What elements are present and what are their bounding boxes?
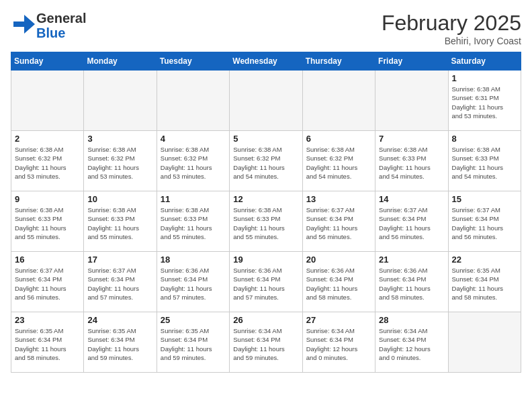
- day-number: 6: [306, 134, 371, 144]
- day-number: 26: [233, 315, 298, 325]
- day-number: 21: [379, 255, 444, 265]
- day-info: Sunrise: 6:35 AM Sunset: 6:34 PM Dayligh…: [87, 326, 152, 362]
- location: Behiri, Ivory Coast: [382, 36, 521, 46]
- day-number: 1: [452, 73, 517, 83]
- calendar-cell: 21Sunrise: 6:36 AM Sunset: 6:34 PM Dayli…: [375, 252, 448, 312]
- weekday-header: Thursday: [302, 52, 375, 71]
- calendar-cell: 15Sunrise: 6:37 AM Sunset: 6:34 PM Dayli…: [448, 191, 521, 252]
- calendar-cell: 7Sunrise: 6:38 AM Sunset: 6:33 PM Daylig…: [375, 131, 448, 191]
- calendar-cell: 14Sunrise: 6:37 AM Sunset: 6:34 PM Dayli…: [375, 191, 448, 252]
- day-number: 19: [233, 255, 298, 265]
- day-number: 22: [452, 255, 517, 265]
- day-info: Sunrise: 6:38 AM Sunset: 6:33 PM Dayligh…: [233, 205, 298, 241]
- day-number: 17: [87, 255, 152, 265]
- day-number: 2: [15, 134, 80, 144]
- day-info: Sunrise: 6:37 AM Sunset: 6:34 PM Dayligh…: [306, 205, 371, 241]
- day-number: 18: [161, 255, 226, 265]
- calendar-cell: [157, 71, 229, 131]
- weekday-header: Friday: [375, 52, 448, 71]
- calendar-cell: 20Sunrise: 6:36 AM Sunset: 6:34 PM Dayli…: [302, 252, 375, 312]
- calendar-cell: 18Sunrise: 6:36 AM Sunset: 6:34 PM Dayli…: [157, 252, 229, 312]
- calendar-table: SundayMondayTuesdayWednesdayThursdayFrid…: [11, 52, 521, 373]
- logo-icon: [11, 12, 35, 36]
- weekday-header: Sunday: [11, 52, 84, 71]
- calendar-cell: [230, 71, 302, 131]
- calendar-cell: 6Sunrise: 6:38 AM Sunset: 6:32 PM Daylig…: [302, 131, 375, 191]
- calendar-cell: [84, 71, 157, 131]
- day-info: Sunrise: 6:38 AM Sunset: 6:32 PM Dayligh…: [161, 145, 226, 181]
- day-number: 20: [306, 255, 371, 265]
- day-number: 7: [379, 134, 444, 144]
- day-info: Sunrise: 6:34 AM Sunset: 6:34 PM Dayligh…: [306, 326, 371, 362]
- calendar-week-row: 1Sunrise: 6:38 AM Sunset: 6:31 PM Daylig…: [11, 71, 521, 131]
- calendar-cell: 1Sunrise: 6:38 AM Sunset: 6:31 PM Daylig…: [448, 71, 521, 131]
- day-info: Sunrise: 6:36 AM Sunset: 6:34 PM Dayligh…: [233, 266, 298, 302]
- title-area: February 2025 Behiri, Ivory Coast: [382, 11, 521, 46]
- calendar-cell: 5Sunrise: 6:38 AM Sunset: 6:32 PM Daylig…: [230, 131, 302, 191]
- day-number: 11: [161, 194, 226, 204]
- calendar-cell: 25Sunrise: 6:35 AM Sunset: 6:34 PM Dayli…: [157, 312, 229, 373]
- day-number: 9: [15, 194, 80, 204]
- day-info: Sunrise: 6:38 AM Sunset: 6:33 PM Dayligh…: [161, 205, 226, 241]
- day-info: Sunrise: 6:38 AM Sunset: 6:32 PM Dayligh…: [306, 145, 371, 181]
- day-number: 10: [87, 194, 152, 204]
- day-number: 27: [306, 315, 371, 325]
- calendar-cell: 28Sunrise: 6:34 AM Sunset: 6:34 PM Dayli…: [375, 312, 448, 373]
- day-info: Sunrise: 6:37 AM Sunset: 6:34 PM Dayligh…: [452, 205, 517, 241]
- day-number: 16: [15, 255, 80, 265]
- day-info: Sunrise: 6:35 AM Sunset: 6:34 PM Dayligh…: [452, 266, 517, 302]
- calendar-week-row: 9Sunrise: 6:38 AM Sunset: 6:33 PM Daylig…: [11, 191, 521, 252]
- page-header: General Blue February 2025 Behiri, Ivory…: [11, 11, 521, 46]
- weekday-header: Monday: [84, 52, 157, 71]
- calendar-week-row: 2Sunrise: 6:38 AM Sunset: 6:32 PM Daylig…: [11, 131, 521, 191]
- day-number: 24: [87, 315, 152, 325]
- calendar-cell: 16Sunrise: 6:37 AM Sunset: 6:34 PM Dayli…: [11, 252, 84, 312]
- weekday-header: Saturday: [448, 52, 521, 71]
- day-info: Sunrise: 6:37 AM Sunset: 6:34 PM Dayligh…: [87, 266, 152, 302]
- day-info: Sunrise: 6:38 AM Sunset: 6:33 PM Dayligh…: [452, 145, 517, 181]
- calendar-cell: [302, 71, 375, 131]
- calendar-cell: [375, 71, 448, 131]
- calendar-cell: [448, 312, 521, 373]
- calendar-cell: 23Sunrise: 6:35 AM Sunset: 6:34 PM Dayli…: [11, 312, 84, 373]
- calendar-cell: 12Sunrise: 6:38 AM Sunset: 6:33 PM Dayli…: [230, 191, 302, 252]
- calendar-cell: 8Sunrise: 6:38 AM Sunset: 6:33 PM Daylig…: [448, 131, 521, 191]
- calendar-cell: 2Sunrise: 6:38 AM Sunset: 6:32 PM Daylig…: [11, 131, 84, 191]
- weekday-header: Tuesday: [157, 52, 229, 71]
- day-info: Sunrise: 6:38 AM Sunset: 6:33 PM Dayligh…: [87, 205, 152, 241]
- day-info: Sunrise: 6:37 AM Sunset: 6:34 PM Dayligh…: [379, 205, 444, 241]
- day-info: Sunrise: 6:38 AM Sunset: 6:32 PM Dayligh…: [233, 145, 298, 181]
- day-info: Sunrise: 6:34 AM Sunset: 6:34 PM Dayligh…: [379, 326, 444, 362]
- day-number: 4: [161, 134, 226, 144]
- calendar-cell: 9Sunrise: 6:38 AM Sunset: 6:33 PM Daylig…: [11, 191, 84, 252]
- day-number: 12: [233, 194, 298, 204]
- day-info: Sunrise: 6:38 AM Sunset: 6:32 PM Dayligh…: [87, 145, 152, 181]
- day-info: Sunrise: 6:36 AM Sunset: 6:34 PM Dayligh…: [306, 266, 371, 302]
- day-number: 8: [452, 134, 517, 144]
- day-info: Sunrise: 6:38 AM Sunset: 6:33 PM Dayligh…: [379, 145, 444, 181]
- calendar-cell: 4Sunrise: 6:38 AM Sunset: 6:32 PM Daylig…: [157, 131, 229, 191]
- day-number: 25: [161, 315, 226, 325]
- day-info: Sunrise: 6:38 AM Sunset: 6:33 PM Dayligh…: [15, 205, 80, 241]
- month-title: February 2025: [382, 11, 521, 36]
- calendar-cell: 17Sunrise: 6:37 AM Sunset: 6:34 PM Dayli…: [84, 252, 157, 312]
- day-number: 13: [306, 194, 371, 204]
- calendar-cell: 13Sunrise: 6:37 AM Sunset: 6:34 PM Dayli…: [302, 191, 375, 252]
- calendar-week-row: 23Sunrise: 6:35 AM Sunset: 6:34 PM Dayli…: [11, 312, 521, 373]
- calendar-cell: 10Sunrise: 6:38 AM Sunset: 6:33 PM Dayli…: [84, 191, 157, 252]
- day-number: 15: [452, 194, 517, 204]
- day-number: 5: [233, 134, 298, 144]
- calendar-cell: 22Sunrise: 6:35 AM Sunset: 6:34 PM Dayli…: [448, 252, 521, 312]
- day-info: Sunrise: 6:35 AM Sunset: 6:34 PM Dayligh…: [161, 326, 226, 362]
- calendar-cell: 24Sunrise: 6:35 AM Sunset: 6:34 PM Dayli…: [84, 312, 157, 373]
- logo: General Blue: [11, 11, 86, 40]
- day-number: 23: [15, 315, 80, 325]
- day-info: Sunrise: 6:37 AM Sunset: 6:34 PM Dayligh…: [15, 266, 80, 302]
- calendar-cell: 11Sunrise: 6:38 AM Sunset: 6:33 PM Dayli…: [157, 191, 229, 252]
- weekday-header-row: SundayMondayTuesdayWednesdayThursdayFrid…: [11, 52, 521, 71]
- calendar-cell: 19Sunrise: 6:36 AM Sunset: 6:34 PM Dayli…: [230, 252, 302, 312]
- day-info: Sunrise: 6:38 AM Sunset: 6:31 PM Dayligh…: [452, 85, 517, 120]
- day-number: 3: [87, 134, 152, 144]
- logo-blue: Blue: [36, 26, 86, 40]
- weekday-header: Wednesday: [230, 52, 302, 71]
